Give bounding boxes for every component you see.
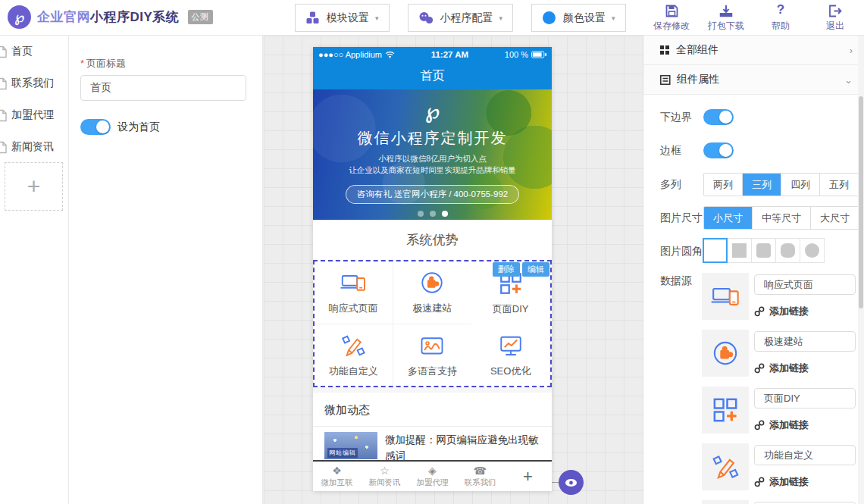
sidebar-item-label: 联系我们 bbox=[11, 77, 54, 90]
scrollbar-thumb[interactable] bbox=[859, 96, 863, 308]
page-diy-icon bbox=[702, 387, 749, 434]
header-actions: 保存修改 打包下载 ? 帮助 退出 bbox=[652, 4, 855, 33]
carousel-dots bbox=[313, 211, 552, 217]
grid-item[interactable]: 响应式页面 bbox=[315, 261, 393, 324]
phone-icon: ☎ bbox=[474, 465, 487, 477]
add-link-button[interactable]: 添加链接 bbox=[754, 305, 809, 318]
set-homepage-toggle[interactable] bbox=[80, 119, 111, 135]
columns-option-5[interactable]: 五列 bbox=[819, 174, 858, 196]
radius-option-rounded-lg[interactable] bbox=[775, 238, 800, 263]
news-thumbnail: 网站编辑 bbox=[324, 432, 377, 459]
eye-icon bbox=[565, 478, 578, 487]
radius-option-none[interactable] bbox=[703, 238, 728, 263]
module-settings-label: 模块设置 bbox=[327, 11, 369, 25]
seo-icon bbox=[497, 332, 524, 359]
save-icon bbox=[665, 4, 678, 17]
set-homepage-row: 设为首页 bbox=[80, 119, 160, 135]
grid-item[interactable]: 功能自定义 bbox=[315, 324, 393, 387]
color-settings-label: 颜色设置 bbox=[563, 11, 606, 25]
sidebar-item-news[interactable]: 新闻资讯 bbox=[0, 131, 68, 163]
plus-icon: + bbox=[523, 471, 533, 483]
image-radius-options bbox=[703, 238, 825, 263]
grid-item[interactable]: 极速建站 bbox=[393, 261, 472, 324]
datasource-title-input[interactable] bbox=[754, 331, 856, 352]
news-section-heading: 微加动态 bbox=[313, 393, 552, 427]
radius-option-rounded-sm[interactable] bbox=[751, 238, 776, 263]
color-circle-icon bbox=[542, 11, 556, 25]
brand: ℘ 企业官网小程序DIY系统 公测 bbox=[8, 5, 213, 29]
banner-carousel-component[interactable]: ℘ 微信小程序定制开发 小程序以微信8亿用户为切入点 让企业以及商家在短时间里实… bbox=[313, 89, 552, 220]
add-tab-button[interactable]: + bbox=[504, 462, 552, 491]
image-size-segmented-control: 小尺寸 中等尺寸 大尺寸 bbox=[703, 206, 859, 230]
page-settings-panel: *页面标题 设为首页 bbox=[69, 36, 263, 504]
datasource-title-input[interactable] bbox=[754, 445, 856, 465]
chain-icon bbox=[754, 420, 765, 430]
tab-agency[interactable]: ◈ 加盟代理 bbox=[409, 462, 456, 491]
sidebar-item-agency[interactable]: 加盟代理 bbox=[0, 99, 68, 131]
sidebar-item-contact[interactable]: 联系我们 bbox=[0, 67, 68, 99]
grid-item[interactable]: SEO优化 bbox=[471, 324, 550, 387]
page-icon bbox=[0, 77, 8, 90]
star-icon: ☆ bbox=[380, 465, 390, 477]
columns-option-2[interactable]: 两列 bbox=[704, 174, 742, 196]
download-button[interactable]: 打包下载 bbox=[706, 4, 746, 33]
datasource-title-input[interactable] bbox=[754, 388, 856, 409]
component-props-header[interactable]: 组件属性 ⌄ bbox=[643, 65, 864, 95]
miniprogram-config-dropdown[interactable]: 小程序配置 ▾ bbox=[408, 4, 514, 32]
module-settings-dropdown[interactable]: 模块设置 ▾ bbox=[295, 4, 390, 32]
brand-logo-glyph: ℘ bbox=[14, 8, 24, 26]
image-radius-label: 图片圆角 bbox=[660, 245, 703, 258]
carrier-text: ●●●○○ Applidium bbox=[318, 50, 382, 59]
phone-tabbar: ❖ 微加互联 ☆ 新闻资讯 ◈ 加盟代理 ☎ 联系我们 + bbox=[313, 460, 552, 491]
bottom-border-toggle[interactable] bbox=[703, 109, 734, 125]
chain-icon bbox=[754, 477, 765, 487]
page-title-label: *页面标题 bbox=[80, 57, 126, 70]
phone-preview: ●●●○○ Applidium 11:27 AM 100 % 首页 ℘ 微信小程… bbox=[313, 47, 552, 491]
custom-function-icon bbox=[702, 443, 749, 490]
preview-button[interactable] bbox=[559, 470, 584, 495]
app-header: ℘ 企业官网小程序DIY系统 公测 模块设置 ▾ 小程序配置 ▾ 颜色设置 bbox=[0, 0, 864, 36]
all-components-header[interactable]: 全部组件 › bbox=[643, 36, 864, 65]
save-button[interactable]: 保存修改 bbox=[652, 4, 691, 33]
columns-option-3[interactable]: 三列 bbox=[742, 174, 781, 196]
help-button[interactable]: ? 帮助 bbox=[761, 4, 800, 33]
radius-option-square[interactable] bbox=[727, 238, 752, 263]
delete-component-button[interactable]: 删除 bbox=[493, 262, 520, 277]
add-link-button[interactable]: 添加链接 bbox=[754, 475, 809, 489]
sidebar-item-home[interactable]: 首页 bbox=[0, 36, 68, 67]
size-option-small[interactable]: 小尺寸 bbox=[704, 207, 752, 229]
edit-component-button[interactable]: 编辑 bbox=[522, 262, 549, 277]
phone-nav-title: 首页 bbox=[313, 62, 552, 89]
add-link-button[interactable]: 添加链接 bbox=[754, 362, 809, 375]
scrollbar[interactable] bbox=[858, 36, 864, 504]
color-settings-dropdown[interactable]: 颜色设置 ▾ bbox=[531, 4, 626, 32]
tags-icon: ◈ bbox=[428, 465, 437, 477]
speed-build-icon bbox=[418, 269, 446, 296]
add-page-button[interactable]: + bbox=[5, 162, 63, 211]
datasource-thumb bbox=[702, 500, 749, 504]
page-icon bbox=[0, 141, 8, 154]
columns-option-4[interactable]: 四列 bbox=[781, 174, 819, 196]
page-title-input[interactable] bbox=[80, 75, 246, 101]
size-option-medium[interactable]: 中等尺寸 bbox=[752, 207, 810, 229]
tab-contact[interactable]: ☎ 联系我们 bbox=[456, 462, 504, 491]
header-dropdowns: 模块设置 ▾ 小程序配置 ▾ 颜色设置 ▾ bbox=[295, 4, 626, 32]
sidebar-item-label: 加盟代理 bbox=[11, 108, 54, 122]
datasource-title-input[interactable] bbox=[754, 274, 856, 295]
border-toggle[interactable] bbox=[703, 142, 734, 158]
size-option-large[interactable]: 大尺寸 bbox=[810, 207, 859, 229]
battery-percent: 100 % bbox=[505, 50, 528, 59]
radius-option-circle[interactable] bbox=[800, 238, 825, 263]
grid-item[interactable]: 多语言支持 bbox=[393, 324, 472, 387]
tab-home[interactable]: ❖ 微加互联 bbox=[313, 462, 361, 491]
sidebar-item-label: 首页 bbox=[11, 45, 33, 58]
exit-icon bbox=[828, 4, 842, 17]
advantages-grid-component[interactable]: 删除 编辑 响应式页面 极速建站 页面DIY 功能自定义 多语言支持 SEO优化 bbox=[313, 260, 552, 387]
chevron-right-icon: › bbox=[850, 45, 853, 56]
add-link-button[interactable]: 添加链接 bbox=[754, 418, 809, 432]
exit-button[interactable]: 退出 bbox=[815, 4, 855, 33]
chain-icon bbox=[754, 306, 765, 317]
app-title-primary: 企业官网 bbox=[37, 10, 90, 24]
app-title-secondary: 小程序DIY系统 bbox=[90, 10, 179, 24]
tab-news[interactable]: ☆ 新闻资讯 bbox=[361, 462, 409, 491]
